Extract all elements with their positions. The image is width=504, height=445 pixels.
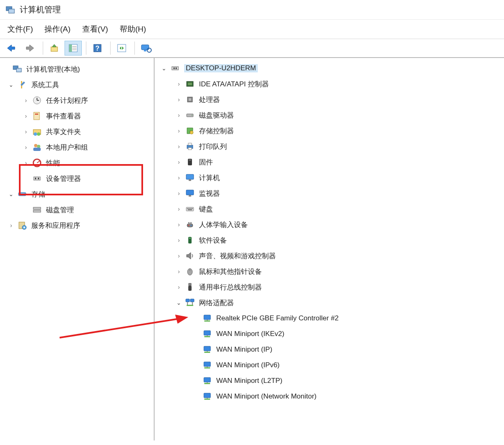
svg-rect-52 [188, 148, 192, 150]
chevron-right-icon[interactable]: › [175, 268, 183, 275]
tree-label: 通用串行总线控制器 [199, 283, 262, 292]
right-net-item[interactable]: WAN Miniport (IPv6) [157, 357, 504, 373]
svg-rect-85 [204, 331, 210, 335]
right-disk[interactable]: › 磁盘驱动器 [157, 107, 504, 123]
chevron-right-icon[interactable]: › [175, 158, 183, 166]
right-computers[interactable]: › 计算机 [157, 170, 504, 185]
chevron-right-icon[interactable]: › [175, 96, 183, 103]
tree-label: 性能 [46, 158, 60, 168]
chevron-right-icon[interactable]: › [175, 190, 183, 197]
chevron-right-icon[interactable]: › [175, 80, 183, 88]
right-net-item[interactable]: Realtek PCIe GBE Family Controller #2 [157, 311, 504, 326]
up-button[interactable] [46, 41, 63, 56]
menu-file[interactable]: 文件(F) [7, 24, 33, 35]
svg-rect-62 [190, 208, 190, 209]
right-net-item[interactable]: WAN Miniport (IKEv2) [157, 326, 504, 342]
chevron-right-icon[interactable]: › [22, 128, 30, 135]
right-keyboards[interactable]: › 键盘 [157, 201, 504, 217]
chevron-right-icon[interactable]: › [22, 159, 30, 167]
left-root[interactable]: ▶ 计算机管理(本地) [0, 61, 154, 77]
back-button[interactable] [2, 41, 20, 56]
tree-label: Realtek PCIe GBE Family Controller #2 [216, 314, 339, 322]
right-network-adapters[interactable]: ⌄ 网络适配器 [157, 295, 504, 311]
help-button[interactable]: ? [89, 41, 106, 56]
svg-point-49 [190, 131, 193, 134]
chevron-right-icon[interactable]: › [175, 127, 183, 134]
svg-rect-69 [188, 222, 190, 224]
right-monitors[interactable]: › 监视器 [157, 185, 504, 201]
right-computer-root[interactable]: ⌄ DESKTOP-U2HDERM [157, 60, 504, 76]
tree-label: WAN Miniport (L2TP) [216, 377, 282, 385]
software-icon [185, 235, 195, 245]
svg-rect-78 [190, 299, 194, 302]
left-system-tools[interactable]: ⌄ 系统工具 [0, 77, 154, 93]
right-net-item[interactable]: WAN Miniport (L2TP) [157, 373, 504, 389]
right-cpu[interactable]: › 处理器 [157, 92, 504, 107]
chevron-right-icon[interactable]: › [175, 143, 183, 150]
window-title: 计算机管理 [20, 4, 61, 15]
chevron-right-icon[interactable]: › [175, 111, 183, 119]
properties-button[interactable] [65, 41, 82, 56]
chevron-right-icon[interactable]: › [175, 174, 183, 181]
right-usb[interactable]: › 通用串行总线控制器 [157, 279, 504, 295]
left-event-viewer[interactable]: › 事件查看器 [0, 108, 154, 124]
right-hid[interactable]: › 人体学输入设备 [157, 217, 504, 232]
chevron-right-icon[interactable]: › [175, 205, 183, 213]
firmware-icon [185, 157, 195, 167]
menu-view[interactable]: 查看(V) [82, 24, 108, 35]
svg-point-48 [192, 115, 192, 116]
svg-rect-89 [204, 352, 210, 353]
chevron-right-icon[interactable]: › [22, 144, 30, 151]
right-print[interactable]: › 打印队列 [157, 139, 504, 154]
left-services-apps[interactable]: › 服务和应用程序 [0, 218, 154, 233]
tree-label: 固件 [199, 158, 213, 167]
right-mice[interactable]: › 鼠标和其他指针设备 [157, 264, 504, 279]
right-net-item[interactable]: WAN Miniport (IP) [157, 342, 504, 357]
svg-rect-30 [34, 177, 40, 180]
right-firmware[interactable]: › 固件 [157, 154, 504, 170]
chevron-down-icon[interactable]: ⌄ [160, 65, 168, 72]
nic-icon [202, 313, 212, 323]
computer-mgmt-icon [12, 64, 22, 74]
svg-rect-40 [172, 67, 178, 70]
main-content: ▶ 计算机管理(本地) ⌄ 系统工具 › 任务计划程序 › 事件查看器 › 共享… [0, 58, 504, 440]
tree-label: 网络适配器 [199, 298, 234, 308]
left-local-users[interactable]: › 本地用户和组 [0, 139, 154, 155]
chevron-right-icon[interactable]: › [175, 221, 183, 228]
right-net-item[interactable]: WAN Miniport (Network Monitor) [157, 389, 504, 404]
toolbar-separator [110, 42, 111, 55]
left-storage[interactable]: ⌄ 存储 [0, 186, 154, 202]
svg-rect-54 [189, 160, 191, 160]
svg-text:?: ? [95, 45, 99, 52]
menu-help[interactable]: 帮助(H) [120, 24, 146, 35]
chevron-down-icon[interactable]: ⌄ [7, 81, 15, 88]
tree-label: 计算机 [199, 173, 220, 183]
left-shared-folders[interactable]: › 共享文件夹 [0, 124, 154, 139]
refresh-button[interactable] [113, 41, 130, 56]
chevron-right-icon[interactable]: › [175, 283, 183, 291]
keyboard-icon [185, 204, 195, 214]
chevron-right-icon[interactable]: › [175, 236, 183, 244]
menu-action[interactable]: 操作(A) [44, 24, 70, 35]
chevron-right-icon[interactable]: › [22, 97, 30, 104]
shared-folder-icon [32, 127, 42, 137]
svg-point-23 [34, 132, 37, 136]
chevron-right-icon[interactable]: › [7, 222, 15, 229]
chevron-right-icon[interactable]: › [175, 252, 183, 260]
chevron-down-icon[interactable]: ⌄ [175, 299, 183, 306]
left-disk-mgmt[interactable]: › 磁盘管理 [0, 202, 154, 218]
right-ide[interactable]: › IDE ATA/ATAPI 控制器 [157, 76, 504, 92]
right-storage-ctrl[interactable]: › 存储控制器 [157, 123, 504, 139]
chevron-down-icon[interactable]: ⌄ [7, 190, 15, 198]
left-performance[interactable]: › 性能 [0, 155, 154, 171]
nic-icon [202, 345, 212, 355]
scan-button[interactable] [137, 41, 155, 56]
titlebar: 计算机管理 [0, 0, 504, 20]
right-sound[interactable]: › 声音、视频和游戏控制器 [157, 248, 504, 264]
forward-button[interactable] [21, 41, 39, 56]
menubar: 文件(F) 操作(A) 查看(V) 帮助(H) [0, 20, 504, 39]
left-task-scheduler[interactable]: › 任务计划程序 [0, 93, 154, 108]
right-software-devices[interactable]: › 软件设备 [157, 232, 504, 248]
left-device-manager[interactable]: › 设备管理器 [0, 171, 154, 186]
chevron-right-icon[interactable]: › [22, 112, 30, 120]
